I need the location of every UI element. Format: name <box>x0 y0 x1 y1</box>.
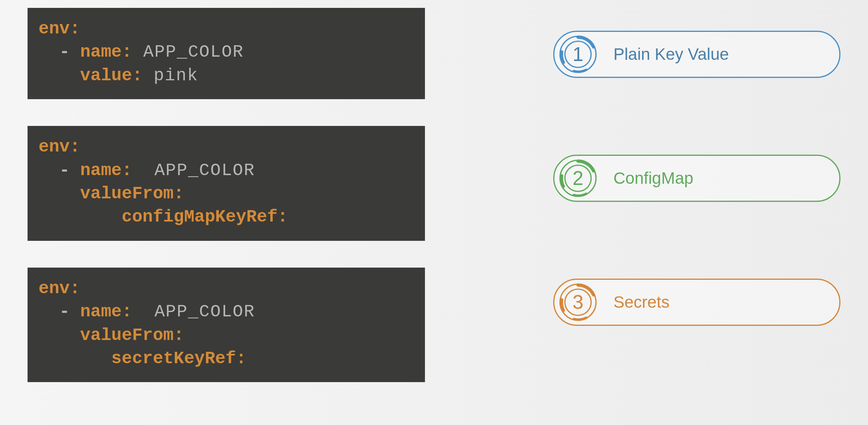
pill-secrets: 3 Secrets <box>553 279 840 326</box>
val-app-color: APP_COLOR <box>132 302 255 322</box>
pill-label: ConfigMap <box>613 169 693 188</box>
kw-valuefrom: valueFrom: <box>39 325 184 345</box>
badge-number: 3 <box>558 282 598 323</box>
pill-plain-key-value: 1 Plain Key Value <box>553 31 840 78</box>
kw-name: name: <box>80 42 132 62</box>
val-app-color: APP_COLOR <box>132 42 244 62</box>
list-dash: - <box>39 302 80 322</box>
val-pink: pink <box>142 66 198 85</box>
list-dash: - <box>39 161 80 180</box>
list-dash: - <box>39 42 80 62</box>
kw-value: value: <box>39 66 142 85</box>
badge-number: 1 <box>558 34 598 75</box>
code-column: env: - name: APP_COLOR value: pink env: … <box>28 8 425 382</box>
badge-number: 2 <box>558 158 598 199</box>
badge-3: 3 <box>558 282 598 323</box>
badge-1: 1 <box>558 34 598 75</box>
kw-configmapkeyref: configMapKeyRef: <box>39 207 288 227</box>
pill-configmap: 2 ConfigMap <box>553 155 840 202</box>
pill-column: 1 Plain Key Value 2 ConfigMap <box>553 31 840 326</box>
kw-name: name: <box>80 161 132 180</box>
kw-env: env: <box>39 137 80 157</box>
kw-env: env: <box>39 19 80 39</box>
code-block-configmap: env: - name: APP_COLOR valueFrom: config… <box>28 126 425 241</box>
val-app-color: APP_COLOR <box>132 161 255 180</box>
kw-name: name: <box>80 302 132 322</box>
kw-secretkeyref: secretKeyRef: <box>39 349 246 368</box>
badge-2: 2 <box>558 158 598 199</box>
code-block-secret: env: - name: APP_COLOR valueFrom: secret… <box>28 268 425 382</box>
pill-label: Secrets <box>613 293 669 312</box>
code-block-plain: env: - name: APP_COLOR value: pink <box>28 8 425 99</box>
pill-label: Plain Key Value <box>613 45 729 64</box>
kw-env: env: <box>39 279 80 298</box>
kw-valuefrom: valueFrom: <box>39 184 184 203</box>
